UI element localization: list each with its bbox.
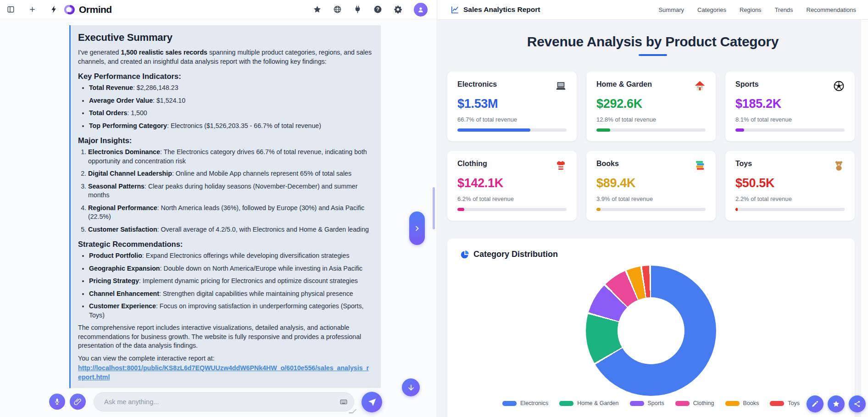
nav-link-regions[interactable]: Regions: [740, 6, 762, 13]
legend-swatch: [675, 401, 690, 406]
card-name: Home & Garden: [596, 80, 652, 89]
chart-line-icon: [451, 6, 459, 14]
sidebar-toggle-icon[interactable]: [6, 5, 15, 14]
card-name: Books: [596, 160, 619, 168]
page-title: Revenue Analysis by Product Category: [438, 34, 868, 50]
nav-link-summary[interactable]: Summary: [658, 6, 684, 13]
list-item: Pricing Strategy: Implement dynamic pric…: [89, 277, 372, 286]
card-percent-label: 6.2% of total revenue: [457, 195, 567, 202]
books-icon: [694, 160, 706, 171]
ormind-logo-icon: [64, 4, 76, 16]
list-item: Customer Satisfaction: Overall average o…: [88, 225, 372, 234]
legend-item[interactable]: Sports: [630, 400, 664, 406]
card-percent-label: 8.1% of total revenue: [735, 116, 845, 123]
app-logo: Ormind: [64, 4, 112, 16]
edit-fab-button[interactable]: [807, 395, 823, 412]
legend-item[interactable]: Clothing: [675, 400, 714, 406]
help-icon[interactable]: ?: [373, 5, 382, 14]
category-card: Toys$50.5K2.2% of total revenue: [725, 151, 855, 221]
assistant-message: Executive Summary I've generated 1,500 r…: [69, 25, 381, 388]
card-name: Clothing: [457, 160, 487, 168]
category-card: Books$89.4K3.9% of total revenue: [586, 151, 716, 221]
microphone-button[interactable]: [49, 394, 65, 410]
report-scrollbar[interactable]: [861, 20, 868, 417]
card-value: $185.2K: [735, 97, 845, 111]
card-top: Books: [596, 160, 706, 171]
category-card: Clothing$142.1K6.2% of total revenue: [447, 151, 577, 221]
legend-item[interactable]: Books: [725, 400, 759, 406]
message-link-intro: You can view the complete interactive re…: [78, 354, 372, 363]
expand-panel-button[interactable]: [409, 211, 425, 245]
chart-legend: ElectronicsHome & GardenSportsClothingBo…: [460, 400, 842, 406]
progress-fill: [457, 208, 464, 211]
progress-track: [596, 128, 706, 132]
chart-section-heading: Category Distribution: [460, 250, 842, 259]
globe-icon[interactable]: [333, 5, 342, 14]
title-underline: [639, 54, 667, 56]
chat-input-row: [0, 389, 437, 417]
report-nav: SummaryCategoriesRegionsTrendsRecommenda…: [658, 6, 856, 13]
card-top: Electronics: [457, 80, 567, 92]
chat-header: Ormind ?: [0, 0, 437, 19]
card-top: Sports: [735, 80, 845, 92]
progress-track: [457, 128, 567, 132]
list-item: Customer Experience: Focus on improving …: [89, 302, 372, 320]
new-chat-icon[interactable]: [28, 5, 37, 14]
chat-scroll-area[interactable]: Executive Summary I've generated 1,500 r…: [0, 19, 437, 417]
progress-track: [735, 208, 845, 211]
star-icon: [832, 400, 840, 408]
pencil-icon: [811, 400, 819, 408]
legend-item[interactable]: Electronics: [502, 400, 548, 406]
send-button[interactable]: [362, 392, 382, 412]
legend-swatch: [502, 401, 517, 406]
share-fab-button[interactable]: [849, 395, 866, 412]
legend-label: Sports: [648, 400, 664, 406]
microphone-icon: [53, 398, 61, 406]
progress-fill: [735, 128, 744, 132]
report-header: Sales Analytics Report SummaryCategories…: [438, 0, 868, 20]
list-item: Digital Channel Leadership: Online and M…: [88, 169, 372, 178]
favorite-fab-button[interactable]: [828, 395, 845, 412]
legend-label: Home & Garden: [577, 400, 618, 406]
section-list: Product Portfolio: Expand Electronics of…: [78, 251, 372, 320]
legend-item[interactable]: Toys: [770, 400, 800, 406]
card-value: $50.5K: [735, 176, 845, 190]
list-item: Seasonal Patterns: Clear peaks during ho…: [88, 182, 372, 200]
list-item: Electronics Dominance: The Electronics c…: [88, 148, 372, 166]
list-item: Regional Performance: North America lead…: [88, 204, 372, 222]
card-percent-label: 66.7% of total revenue: [457, 116, 567, 123]
nav-link-categories[interactable]: Categories: [697, 6, 726, 13]
progress-fill: [596, 128, 610, 132]
nav-link-trends[interactable]: Trends: [775, 6, 793, 13]
progress-track: [457, 208, 567, 211]
shirt-icon: [555, 160, 567, 171]
report-title: Sales Analytics Report: [451, 6, 540, 14]
category-distribution-card: Category Distribution ElectronicsHome & …: [447, 239, 855, 417]
card-value: $89.4K: [596, 176, 706, 190]
report-link[interactable]: http://localhost:8001/public/KS8zL6d7EQW…: [78, 364, 372, 382]
user-avatar[interactable]: [414, 3, 428, 17]
nav-link-recommendations[interactable]: Recommendations: [807, 6, 856, 13]
card-percent-label: 2.2% of total revenue: [735, 195, 845, 202]
chat-scrollbar-thumb[interactable]: [433, 187, 435, 229]
chat-input[interactable]: [94, 392, 354, 411]
list-item: Total Orders: 1,500: [89, 109, 372, 118]
category-cards-grid: Electronics$1.53M66.7% of total revenueH…: [447, 72, 855, 221]
chat-panel: Ormind ? Executive Summary I've generate…: [0, 0, 437, 417]
teddy-icon: [833, 160, 845, 171]
category-card: Electronics$1.53M66.7% of total revenue: [447, 72, 577, 141]
app-logo-text: Ormind: [79, 4, 112, 15]
bolt-icon[interactable]: [50, 5, 58, 14]
chevron-right-icon: [413, 225, 421, 232]
favorites-icon[interactable]: [313, 5, 322, 14]
legend-label: Books: [743, 400, 759, 406]
legend-item[interactable]: Home & Garden: [559, 400, 618, 406]
settings-gear-icon[interactable]: [394, 5, 402, 14]
attach-file-button[interactable]: [70, 394, 86, 410]
card-top: Toys: [735, 160, 845, 171]
house-icon: [694, 80, 706, 92]
section-list: Total Revenue: $2,286,148.23Average Orde…: [78, 83, 372, 130]
category-card: Sports$185.2K8.1% of total revenue: [725, 72, 855, 141]
plugin-icon[interactable]: [353, 5, 362, 14]
section-list: Electronics Dominance: The Electronics c…: [78, 148, 372, 234]
